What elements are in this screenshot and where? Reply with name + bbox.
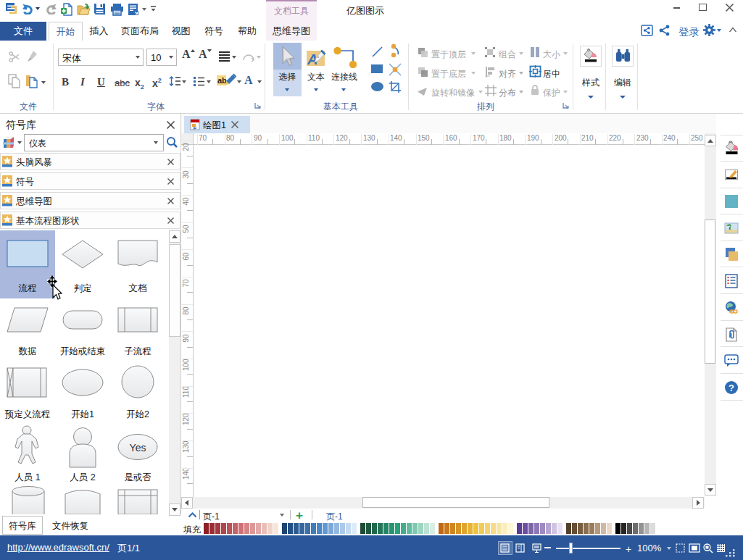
svg-text:?: ? [729,383,734,393]
svg-text:Yes: Yes [130,442,146,454]
